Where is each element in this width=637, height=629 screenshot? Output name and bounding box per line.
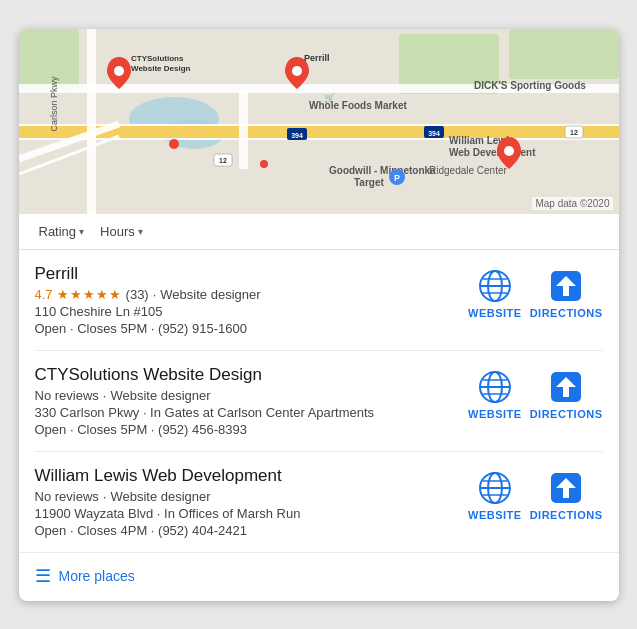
result-rating-row: No reviews · Website designer — [35, 388, 457, 403]
svg-point-35 — [504, 146, 514, 156]
svg-text:Ridgedale Center: Ridgedale Center — [429, 165, 507, 176]
svg-rect-4 — [509, 29, 619, 79]
svg-text:CTYSolutions: CTYSolutions — [131, 54, 184, 63]
no-reviews: No reviews — [35, 388, 99, 403]
website-label: WEBSITE — [468, 307, 522, 319]
more-places-row: ☰ More places — [19, 552, 619, 601]
svg-point-36 — [169, 139, 179, 149]
result-rating-row: No reviews · Website designer — [35, 489, 457, 504]
svg-text:Perrill: Perrill — [304, 53, 330, 63]
website-button[interactable]: WEBSITE — [468, 268, 522, 319]
business-type: Website designer — [110, 489, 210, 504]
more-places-link[interactable]: More places — [59, 568, 135, 584]
directions-label: DIRECTIONS — [530, 509, 603, 521]
result-name: Perrill — [35, 264, 457, 284]
result-name: William Lewis Web Development — [35, 466, 457, 486]
website-button[interactable]: WEBSITE — [468, 369, 522, 420]
result-info: William Lewis Web Development No reviews… — [35, 466, 469, 538]
svg-text:Web Development: Web Development — [449, 147, 536, 158]
result-item: CTYSolutions Website Design No reviews ·… — [35, 351, 603, 452]
directions-button[interactable]: DIRECTIONS — [530, 470, 603, 521]
result-name: CTYSolutions Website Design — [35, 365, 457, 385]
directions-icon — [548, 470, 584, 506]
website-icon — [477, 268, 513, 304]
result-item: William Lewis Web Development No reviews… — [35, 452, 603, 552]
hours-filter-label: Hours — [100, 224, 135, 239]
result-hours: Open · Closes 5PM · (952) 456-8393 — [35, 422, 457, 437]
search-results-card: 394 394 12 12 Carlson Pkwy Whole Foods M… — [19, 29, 619, 601]
list-icon: ☰ — [35, 565, 51, 587]
result-actions: WEBSITE DIRECTIONS — [468, 365, 602, 420]
website-label: WEBSITE — [468, 509, 522, 521]
rating-filter[interactable]: Rating ▾ — [35, 222, 89, 241]
result-hours: Open · Closes 4PM · (952) 404-2421 — [35, 523, 457, 538]
result-rating-row: 4.7 ★★★★★ (33) · Website designer — [35, 287, 457, 302]
svg-text:Carlson Pkwy: Carlson Pkwy — [49, 75, 59, 131]
website-label: WEBSITE — [468, 408, 522, 420]
result-actions: WEBSITE DIRECTIONS — [468, 264, 602, 319]
hours-chevron-icon: ▾ — [138, 226, 143, 237]
svg-point-30 — [114, 66, 124, 76]
result-hours: Open · Closes 5PM · (952) 915-1600 — [35, 321, 457, 336]
directions-icon — [548, 369, 584, 405]
svg-rect-13 — [87, 29, 96, 214]
review-count: (33) — [126, 287, 149, 302]
directions-label: DIRECTIONS — [530, 408, 603, 420]
result-info: Perrill 4.7 ★★★★★ (33) · Website designe… — [35, 264, 469, 336]
result-address: 110 Cheshire Ln #105 — [35, 304, 457, 319]
svg-text:394: 394 — [291, 132, 303, 139]
website-icon — [477, 369, 513, 405]
svg-text:Target: Target — [354, 177, 384, 188]
directions-button[interactable]: DIRECTIONS — [530, 369, 603, 420]
result-actions: WEBSITE DIRECTIONS — [468, 466, 602, 521]
rating-filter-label: Rating — [39, 224, 77, 239]
stars-icon: ★★★★★ — [57, 287, 122, 302]
svg-rect-14 — [239, 89, 248, 169]
directions-button[interactable]: DIRECTIONS — [530, 268, 603, 319]
website-icon — [477, 470, 513, 506]
svg-text:DICK'S Sporting Goods: DICK'S Sporting Goods — [474, 80, 586, 91]
separator: · — [153, 287, 157, 302]
rating-chevron-icon: ▾ — [79, 226, 84, 237]
directions-label: DIRECTIONS — [530, 307, 603, 319]
business-type: Website designer — [110, 388, 210, 403]
separator: · — [103, 489, 107, 504]
results-list: Perrill 4.7 ★★★★★ (33) · Website designe… — [19, 250, 619, 552]
directions-icon — [548, 268, 584, 304]
svg-text:Website Design: Website Design — [131, 64, 191, 73]
rating-number: 4.7 — [35, 287, 53, 302]
no-reviews: No reviews — [35, 489, 99, 504]
business-type: Website designer — [160, 287, 260, 302]
result-address: 330 Carlson Pkwy · In Gates at Carlson C… — [35, 405, 457, 420]
svg-text:🛒: 🛒 — [324, 92, 336, 104]
svg-text:12: 12 — [219, 157, 227, 164]
svg-text:394: 394 — [428, 130, 440, 137]
separator: · — [103, 388, 107, 403]
svg-text:Goodwill - Minnetonka: Goodwill - Minnetonka — [329, 165, 436, 176]
result-info: CTYSolutions Website Design No reviews ·… — [35, 365, 469, 437]
svg-point-37 — [260, 160, 268, 168]
map-credit: Map data ©2020 — [532, 197, 612, 210]
result-item: Perrill 4.7 ★★★★★ (33) · Website designe… — [35, 250, 603, 351]
website-button[interactable]: WEBSITE — [468, 470, 522, 521]
map-container[interactable]: 394 394 12 12 Carlson Pkwy Whole Foods M… — [19, 29, 619, 214]
result-address: 11900 Wayzata Blvd · In Offices of Marsh… — [35, 506, 457, 521]
svg-point-33 — [292, 66, 302, 76]
svg-text:12: 12 — [570, 129, 578, 136]
svg-text:P: P — [393, 173, 399, 183]
hours-filter[interactable]: Hours ▾ — [96, 222, 147, 241]
filters-bar: Rating ▾ Hours ▾ — [19, 214, 619, 250]
